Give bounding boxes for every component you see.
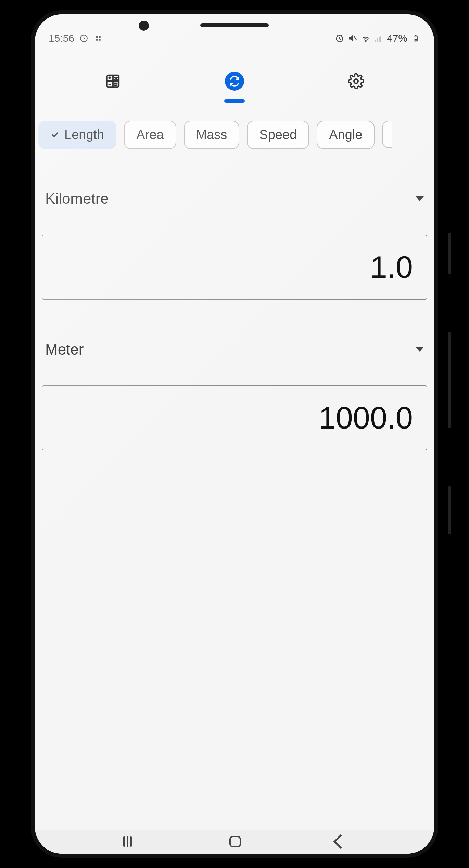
chip-label: Angle [329,127,362,142]
chevron-down-icon [416,347,424,352]
status-bar: 15:56 [35,25,434,52]
category-chips: Length Area Mass Speed Angle [35,100,434,156]
svg-line-6 [354,36,357,40]
side-button [448,486,451,534]
chip-overflow[interactable] [382,121,392,148]
nav-back-button[interactable] [333,834,348,849]
svg-rect-9 [377,38,378,42]
battery-percent: 47% [387,33,407,44]
settings-button[interactable] [295,62,417,100]
chevron-down-icon [416,196,424,201]
battery-icon [411,34,420,43]
svg-rect-14 [415,39,417,41]
wifi-icon [361,34,370,43]
tab-converter[interactable] [174,62,295,100]
svg-rect-4 [99,39,101,41]
svg-rect-2 [99,36,101,38]
notification-icon [93,34,103,43]
android-nav-bar [35,830,434,854]
chip-label: Speed [259,127,297,142]
front-camera [139,21,149,31]
chip-angle[interactable]: Angle [317,121,375,149]
mute-icon [348,34,357,43]
tab-calculator[interactable] [52,62,174,100]
to-value-input[interactable]: 1000.0 [42,385,427,450]
svg-rect-11 [380,36,381,42]
chip-mass[interactable]: Mass [184,121,240,149]
chip-label: Length [64,127,104,142]
top-tabs [35,52,434,100]
nav-recent-button[interactable] [123,836,135,847]
svg-point-7 [365,41,366,42]
chip-label: Mass [196,127,227,142]
to-unit-select[interactable]: Meter [42,341,427,365]
check-icon [51,127,60,142]
active-tab-underline [224,99,245,103]
svg-rect-10 [379,37,380,42]
from-value: 1.0 [370,250,413,285]
calculator-icon [104,73,122,90]
chip-speed[interactable]: Speed [247,121,309,149]
svg-rect-3 [96,39,98,41]
phone-frame: 15:56 [21,0,448,868]
to-unit-label: Meter [45,341,84,358]
from-unit-select[interactable]: Kilometre [42,190,427,214]
svg-rect-8 [375,40,376,42]
side-button [448,233,451,274]
chip-label: Area [136,127,164,142]
gear-icon [347,73,365,90]
svg-point-25 [354,79,358,83]
svg-rect-1 [96,36,98,38]
timer-icon [79,34,89,43]
signal-icon [374,34,383,43]
chip-area[interactable]: Area [124,121,176,149]
status-time: 15:56 [49,33,74,44]
earpiece-speaker [200,23,269,27]
nav-home-button[interactable] [229,836,241,847]
from-value-input[interactable]: 1.0 [42,235,427,300]
chip-length[interactable]: Length [38,121,116,149]
from-unit-label: Kilometre [45,190,109,207]
to-value: 1000.0 [319,400,413,436]
screen: 15:56 [35,14,434,854]
convert-icon [226,73,243,90]
svg-rect-13 [415,35,417,36]
side-button [448,332,451,428]
alarm-icon [335,34,344,43]
